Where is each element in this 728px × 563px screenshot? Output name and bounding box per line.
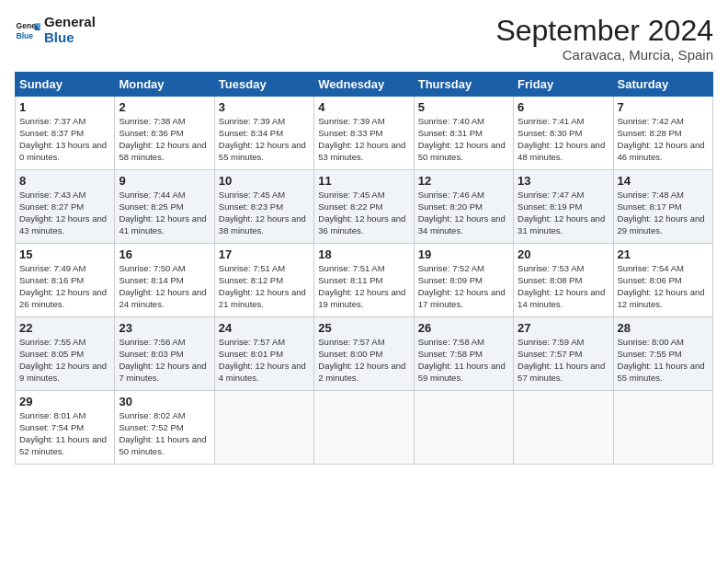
location-subtitle: Caravaca, Murcia, Spain (495, 47, 713, 63)
logo-name-general: General (44, 15, 96, 30)
empty-cell (414, 391, 513, 465)
page-container: General Blue General Blue September 2024… (0, 0, 728, 474)
table-row: 15 Sunrise: 7:49 AMSunset: 8:16 PMDaylig… (16, 244, 115, 317)
table-row: 18 Sunrise: 7:51 AMSunset: 8:11 PMDaylig… (314, 244, 414, 317)
table-row: 24 Sunrise: 7:57 AMSunset: 8:01 PMDaylig… (214, 317, 313, 391)
table-row: 17 Sunrise: 7:51 AMSunset: 8:12 PMDaylig… (214, 244, 313, 317)
header: General Blue General Blue September 2024… (15, 15, 713, 63)
table-row: 25 Sunrise: 7:57 AMSunset: 8:00 PMDaylig… (314, 317, 414, 391)
col-sunday: Sunday (16, 73, 115, 97)
table-row: 21 Sunrise: 7:54 AMSunset: 8:06 PMDaylig… (613, 244, 712, 317)
table-row: 27 Sunrise: 7:59 AMSunset: 7:57 PMDaylig… (514, 317, 613, 391)
calendar-table: Sunday Monday Tuesday Wednesday Thursday… (15, 72, 713, 465)
col-thursday: Thursday (414, 73, 513, 97)
table-row: 10 Sunrise: 7:45 AMSunset: 8:23 PMDaylig… (214, 170, 313, 244)
title-area: September 2024 Caravaca, Murcia, Spain (495, 15, 713, 63)
empty-cell (514, 391, 613, 465)
table-row: 2 Sunrise: 7:38 AMSunset: 8:36 PMDayligh… (115, 97, 214, 170)
logo-icon: General Blue (15, 17, 40, 43)
table-row: 4 Sunrise: 7:39 AMSunset: 8:33 PMDayligh… (314, 97, 414, 170)
table-row: 14 Sunrise: 7:48 AMSunset: 8:17 PMDaylig… (613, 170, 712, 244)
logo: General Blue General Blue (15, 15, 96, 45)
table-row: 16 Sunrise: 7:50 AMSunset: 8:14 PMDaylig… (115, 244, 214, 317)
week-row-2: 8 Sunrise: 7:43 AMSunset: 8:27 PMDayligh… (16, 170, 713, 244)
svg-text:Blue: Blue (17, 30, 34, 40)
table-row: 9 Sunrise: 7:44 AMSunset: 8:25 PMDayligh… (115, 170, 214, 244)
week-row-4: 22 Sunrise: 7:55 AMSunset: 8:05 PMDaylig… (16, 317, 713, 391)
col-tuesday: Tuesday (214, 73, 313, 97)
table-row: 26 Sunrise: 7:58 AMSunset: 7:58 PMDaylig… (414, 317, 513, 391)
empty-cell (214, 391, 313, 465)
week-row-3: 15 Sunrise: 7:49 AMSunset: 8:16 PMDaylig… (16, 244, 713, 317)
month-title: September 2024 (495, 15, 713, 47)
table-row: 11 Sunrise: 7:45 AMSunset: 8:22 PMDaylig… (314, 170, 414, 244)
header-row: Sunday Monday Tuesday Wednesday Thursday… (16, 73, 713, 97)
table-row: 1 Sunrise: 7:37 AMSunset: 8:37 PMDayligh… (16, 97, 115, 170)
table-row: 8 Sunrise: 7:43 AMSunset: 8:27 PMDayligh… (16, 170, 115, 244)
table-row: 13 Sunrise: 7:47 AMSunset: 8:19 PMDaylig… (514, 170, 613, 244)
logo-name-blue: Blue (44, 30, 96, 46)
table-row: 28 Sunrise: 8:00 AMSunset: 7:55 PMDaylig… (613, 317, 712, 391)
table-row: 30 Sunrise: 8:02 AMSunset: 7:52 PMDaylig… (115, 391, 214, 465)
table-row: 20 Sunrise: 7:53 AMSunset: 8:08 PMDaylig… (514, 244, 613, 317)
table-row: 5 Sunrise: 7:40 AMSunset: 8:31 PMDayligh… (414, 97, 513, 170)
col-monday: Monday (115, 73, 214, 97)
table-row: 19 Sunrise: 7:52 AMSunset: 8:09 PMDaylig… (414, 244, 513, 317)
table-row: 7 Sunrise: 7:42 AMSunset: 8:28 PMDayligh… (613, 97, 712, 170)
col-friday: Friday (514, 73, 613, 97)
table-row: 23 Sunrise: 7:56 AMSunset: 8:03 PMDaylig… (115, 317, 214, 391)
week-row-5: 29 Sunrise: 8:01 AMSunset: 7:54 PMDaylig… (16, 391, 713, 465)
empty-cell (613, 391, 712, 465)
week-row-1: 1 Sunrise: 7:37 AMSunset: 8:37 PMDayligh… (16, 97, 713, 170)
table-row: 3 Sunrise: 7:39 AMSunset: 8:34 PMDayligh… (214, 97, 313, 170)
table-row: 22 Sunrise: 7:55 AMSunset: 8:05 PMDaylig… (16, 317, 115, 391)
col-saturday: Saturday (613, 73, 712, 97)
col-wednesday: Wednesday (314, 73, 414, 97)
table-row: 29 Sunrise: 8:01 AMSunset: 7:54 PMDaylig… (16, 391, 115, 465)
table-row: 12 Sunrise: 7:46 AMSunset: 8:20 PMDaylig… (414, 170, 513, 244)
empty-cell (314, 391, 414, 465)
table-row: 6 Sunrise: 7:41 AMSunset: 8:30 PMDayligh… (514, 97, 613, 170)
